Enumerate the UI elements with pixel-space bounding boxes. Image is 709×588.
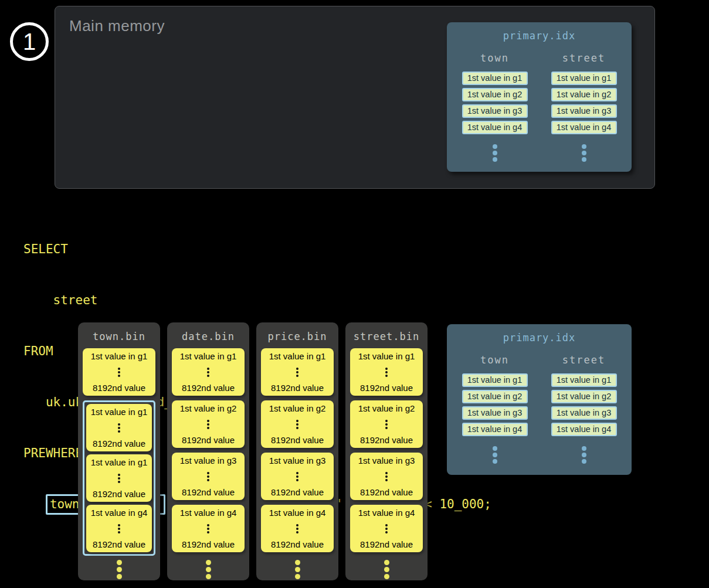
granule-block: 1st value in g3 8192nd value xyxy=(172,453,245,500)
granule-block: 1st value in g1 8192nd value xyxy=(172,348,245,396)
index-mark-entry: 1st value in g3 xyxy=(462,406,528,420)
vertical-ellipsis-icon xyxy=(296,419,298,430)
index-column-header: town xyxy=(480,354,509,366)
column-file-town-bin: town.bin 1st value in g1 8192nd value 1s… xyxy=(78,322,160,580)
granule-block: 1st value in g2 8192nd value xyxy=(261,400,334,448)
index-mark-entry: 1st value in g4 xyxy=(462,423,528,436)
vertical-ellipsis-icon xyxy=(493,444,497,465)
granule-block: 1st value in g4 8192nd value xyxy=(350,505,423,552)
index-column-street: street 1st value in g1 1st value in g2 1… xyxy=(546,43,622,164)
vertical-ellipsis-icon xyxy=(296,471,298,482)
granule-block: 1st value in g1 8192nd value xyxy=(261,348,334,396)
granule-block: 1st value in g2 8192nd value xyxy=(350,400,423,448)
granule-block: 1st value in g3 8192nd value xyxy=(261,453,334,500)
granule-first-value: 1st value in g2 xyxy=(269,403,326,413)
vertical-ellipsis-icon xyxy=(207,523,209,535)
granule-first-value: 1st value in g1 xyxy=(91,457,148,467)
primary-index-title: primary.idx xyxy=(447,324,632,344)
index-mark-entry: 1st value in g3 xyxy=(551,406,617,420)
granule-block: 1st value in g1 8192nd value xyxy=(86,404,152,451)
column-file-name: price.bin xyxy=(256,322,338,342)
granule-last-value: 8192nd value xyxy=(271,383,324,393)
index-mark-entry: 1st value in g2 xyxy=(551,88,617,101)
column-file-date-bin: date.bin 1st value in g1 8192nd value 1s… xyxy=(167,322,249,580)
main-memory-title: Main memory xyxy=(69,17,165,35)
column-file-street-bin: street.bin 1st value in g1 8192nd value … xyxy=(345,322,428,580)
granule-last-value: 8192nd value xyxy=(182,383,235,393)
granule-block: 1st value in g4 8192nd value xyxy=(172,505,245,552)
vertical-ellipsis-icon xyxy=(118,422,120,434)
vertical-ellipsis-icon xyxy=(207,471,209,482)
index-column-header: street xyxy=(562,52,605,64)
selected-granules-highlight: 1st value in g1 8192nd value 1st value i… xyxy=(83,400,155,556)
vertical-ellipsis-icon xyxy=(582,142,586,164)
vertical-ellipsis-icon xyxy=(167,558,249,581)
granule-last-value: 8192nd value xyxy=(182,435,235,445)
granule-first-value: 1st value in g4 xyxy=(358,508,415,518)
vertical-ellipsis-icon xyxy=(385,366,388,378)
vertical-ellipsis-icon xyxy=(582,444,586,465)
granule-block: 1st value in g1 8192nd value xyxy=(86,454,152,502)
index-mark-entry: 1st value in g2 xyxy=(551,390,617,403)
granule-last-value: 8192nd value xyxy=(93,439,145,448)
granule-first-value: 1st value in g4 xyxy=(91,508,148,518)
index-column-town: town 1st value in g1 1st value in g2 1st… xyxy=(457,43,533,164)
index-column-town: town 1st value in g1 1st value in g2 1st… xyxy=(457,345,533,465)
granule-stack: 1st value in g1 8192nd value 1st value i… xyxy=(350,348,423,552)
vertical-ellipsis-icon xyxy=(256,558,338,581)
granule-first-value: 1st value in g2 xyxy=(358,403,415,413)
index-mark-entry: 1st value in g2 xyxy=(462,88,528,101)
granule-last-value: 8192nd value xyxy=(360,539,413,549)
granule-first-value: 1st value in g1 xyxy=(180,351,237,361)
granule-first-value: 1st value in g1 xyxy=(358,351,415,361)
sql-line: SELECT xyxy=(23,241,491,258)
primary-index-title: primary.idx xyxy=(447,22,632,42)
primary-index-panel-bottom: primary.idx town 1st value in g1 1st val… xyxy=(447,324,632,475)
index-mark-entry: 1st value in g4 xyxy=(551,423,617,436)
granule-last-value: 8192nd value xyxy=(93,489,145,499)
granule-last-value: 8192nd value xyxy=(271,435,324,445)
granule-first-value: 1st value in g4 xyxy=(269,508,326,518)
vertical-ellipsis-icon xyxy=(118,366,120,378)
vertical-ellipsis-icon xyxy=(118,473,120,484)
granule-last-value: 8192nd value xyxy=(271,539,324,549)
granule-block: 1st value in g4 8192nd value xyxy=(261,505,334,552)
vertical-ellipsis-icon xyxy=(493,142,497,164)
granule-first-value: 1st value in g1 xyxy=(269,351,326,361)
vertical-ellipsis-icon xyxy=(118,523,120,535)
primary-index-columns: town 1st value in g1 1st value in g2 1st… xyxy=(447,345,632,465)
granule-first-value: 1st value in g3 xyxy=(358,456,415,465)
diagram-canvas: 1 Main memory primary.idx town 1st value… xyxy=(0,0,709,588)
granule-last-value: 8192nd value xyxy=(271,487,324,497)
granule-last-value: 8192nd value xyxy=(182,487,235,497)
vertical-ellipsis-icon xyxy=(345,558,428,581)
granule-first-value: 1st value in g4 xyxy=(180,508,237,518)
vertical-ellipsis-icon xyxy=(207,419,209,430)
primary-index-columns: town 1st value in g1 1st value in g2 1st… xyxy=(447,43,632,164)
granule-block: 1st value in g1 8192nd value xyxy=(83,348,155,396)
granule-last-value: 8192nd value xyxy=(360,383,413,393)
granule-block: 1st value in g4 8192nd value xyxy=(86,505,152,552)
step-number-badge: 1 xyxy=(10,22,49,61)
column-file-name: town.bin xyxy=(78,322,160,342)
granule-last-value: 8192nd value xyxy=(93,383,145,393)
vertical-ellipsis-icon xyxy=(385,523,388,535)
granule-stack: 1st value in g1 8192nd value 1st value i… xyxy=(172,348,245,552)
column-file-price-bin: price.bin 1st value in g1 8192nd value 1… xyxy=(256,322,338,580)
index-mark-entry: 1st value in g1 xyxy=(551,373,617,387)
vertical-ellipsis-icon xyxy=(296,523,298,535)
index-mark-entry: 1st value in g1 xyxy=(462,72,528,85)
granule-first-value: 1st value in g3 xyxy=(269,456,326,465)
granule-first-value: 1st value in g2 xyxy=(180,403,237,413)
granule-block: 1st value in g2 8192nd value xyxy=(172,400,245,448)
index-mark-entry: 1st value in g3 xyxy=(551,104,617,118)
granule-block: 1st value in g1 8192nd value xyxy=(350,348,423,396)
granule-stack: 1st value in g1 8192nd value 1st value i… xyxy=(83,348,155,556)
granule-stack: 1st value in g1 8192nd value 1st value i… xyxy=(261,348,334,552)
vertical-ellipsis-icon xyxy=(296,366,298,378)
index-mark-entry: 1st value in g4 xyxy=(551,121,617,134)
vertical-ellipsis-icon xyxy=(385,471,388,482)
sql-indent xyxy=(23,497,46,511)
vertical-ellipsis-icon xyxy=(207,366,209,378)
index-column-header: street xyxy=(562,354,605,366)
